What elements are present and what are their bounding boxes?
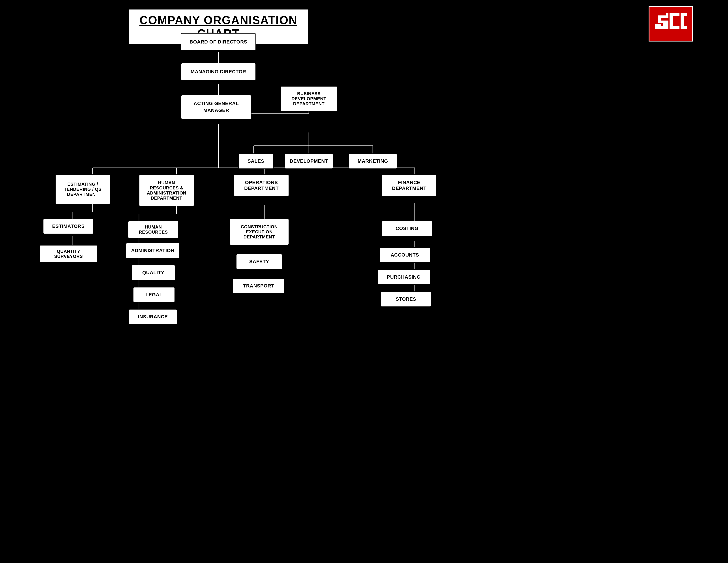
node-board: BOARD OF DIRECTORS (181, 33, 256, 51)
node-administration: ADMINISTRATION (126, 243, 180, 258)
node-estimating: ESTIMATING / TENDERING / QS DEPARTMENT (55, 174, 110, 204)
node-stores: STORES (381, 292, 431, 307)
node-qty-surveyors: QUANTITY SURVEYORS (39, 245, 98, 263)
node-development: DEVELOPMENT (285, 153, 333, 169)
node-hr-admin: HUMAN RESOURCES & ADMINISTRATION DEPARTM… (139, 174, 194, 206)
node-sales: SALES (238, 153, 274, 169)
node-costing: COSTING (382, 221, 432, 236)
svg-rect-2 (670, 13, 679, 16)
node-estimators: ESTIMATORS (43, 218, 94, 234)
gcc-logo-svg (653, 11, 688, 37)
node-human-resources: HUMAN RESOURCES (128, 221, 179, 238)
node-transport: TRANSPORT (233, 278, 285, 294)
gcc-logo (649, 6, 693, 41)
node-legal: LEGAL (133, 287, 175, 303)
node-construction-exec: CONSTRUCTION EXECUTION DEPARTMENT (229, 218, 289, 245)
node-managing: MANAGING DIRECTOR (181, 63, 256, 81)
node-quality: QUALITY (131, 265, 175, 280)
svg-rect-3 (670, 26, 679, 29)
connectors-svg (0, 0, 728, 563)
node-accounts: ACCOUNTS (379, 247, 430, 263)
node-operations: OPERATIONS DEPARTMENT (234, 174, 289, 196)
node-acting-gm: ACTING GENERAL MANAGER (181, 95, 251, 119)
chart-area: COMPANY ORGANISATION CHART (0, 0, 728, 563)
node-insurance: INSURANCE (129, 309, 177, 325)
svg-marker-0 (655, 13, 668, 29)
node-safety: SAFETY (236, 254, 282, 269)
node-finance: FINANCE DEPARTMENT (382, 174, 437, 196)
node-biz-dev: BUSINESS DEVELOPMENT DEPARTMENT (280, 86, 338, 111)
node-purchasing: PURCHASING (377, 269, 430, 285)
node-marketing: MARKETING (349, 153, 397, 169)
svg-rect-6 (681, 26, 687, 29)
svg-rect-5 (681, 13, 687, 16)
